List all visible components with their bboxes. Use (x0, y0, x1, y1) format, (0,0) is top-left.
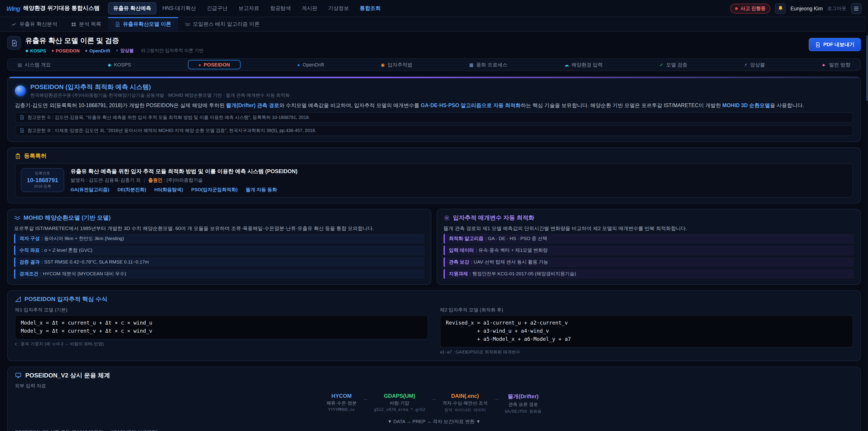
patent-title: 유출유 확산 예측을 위한 입자 추적 모듈 최적화 방법 및 이를 이용한 예… (70, 168, 298, 175)
nav-item-emergency-rescue[interactable]: 긴급구난 (202, 3, 232, 14)
patent-number-label: 등록번호 (23, 171, 62, 177)
spec-row-vertical: 수직 좌표: σ + Z-level 혼합 (GVC) (14, 246, 425, 256)
rocket-icon: ► (822, 62, 827, 67)
badge-ensemble: ⚡앙상블 (116, 48, 134, 54)
badge-kosps: ◆KOSPS (25, 48, 46, 53)
spec-row-grid: 격자 구성: 동아시아 9km + 한반도 3km (Nesting) (14, 234, 425, 244)
patent-card: 등록특허 등록번호 10-1868791 2018 등록 유출유 확산 예측을 … (7, 147, 861, 204)
particle-icon: ◉ (381, 62, 385, 67)
model2-label: 제2 입자추적 모델 (최적화 후) (440, 307, 853, 313)
wave-icon (185, 22, 190, 27)
data-source-drifter: 뜰개(Drifter) 관측 표류 경로 GA/DE/PSO 동화용 (505, 393, 541, 414)
app-logo[interactable]: Wing 해양환경 위기대응 통합시스템 (6, 4, 100, 12)
app-viewport: Wing 해양환경 위기대응 통합시스템 유출유 확산예측 HNS·대기확산 긴… (0, 0, 868, 431)
mohid-title: MOHID 해양순환모델 (기반 모델) (24, 214, 111, 222)
tab-weathering-process[interactable]: ▦풍화 프로세스 (469, 61, 507, 68)
gear-icon (443, 215, 450, 221)
tag-drifter-assimilation[interactable]: 뜰개 자동 동화 (246, 187, 277, 193)
report-document-icon (11, 39, 18, 46)
subtab-spill-analysis[interactable]: 유출유 확산분석 (4, 17, 64, 31)
clipboard-icon (15, 153, 21, 159)
nav-item-weather-info[interactable]: 기상정보 (323, 3, 354, 14)
tag-de[interactable]: DE(차분진화) (118, 187, 146, 193)
subtab-label: 유출유 확산분석 (20, 21, 57, 28)
app-title: 해양환경 위기대응 통합시스템 (23, 4, 100, 12)
spec-row-algorithm: 최적화 알고리즘: GA · DE · HS · PSO 중 선택 (443, 234, 854, 244)
subtab-analysis-list[interactable]: 분석 목록 (64, 17, 108, 31)
badge-opendrift: ●OpenDrift (85, 48, 110, 53)
notifications-button[interactable] (775, 3, 786, 14)
arrow-icon: → (493, 396, 499, 402)
tag-pso[interactable]: PSO(입자군집최적화) (191, 187, 238, 193)
formula-card: POSEIDON 입자추적 핵심 수식 제1 입자추적 모델 (기본) Mode… (7, 290, 861, 361)
data-source-flow: HYCOM 해류·수온·염분 YYYYMMDD.nc → GDAPS(UM) 바… (15, 393, 853, 414)
page-title: 유출유 확산 모델 이론 및 검증 (25, 36, 204, 45)
poseidon-subtitle: 한국해양환경연구원·(주)아라종합기술·한국해양기상기술 공동개발 · MOHI… (30, 92, 290, 98)
spec-row-input-data: 입력 데이터: 유속·풍속 벡터 + 제1모델 변화량 (443, 246, 854, 256)
tab-opendrift[interactable]: ●OpenDrift (297, 62, 324, 67)
patent-year: 2018 등록 (23, 184, 62, 190)
subtab-oilfence-theory[interactable]: 오일펜스 배치 알고리즘 이론 (178, 17, 266, 31)
poseidon-description: 김충기·김도연 외(등록특허 10-1868791, 2018)가 개발한 PO… (15, 102, 853, 110)
check-icon: ✓ (659, 62, 663, 67)
algorithm-tag-row: GA(유전알고리즘) DE(차분진화) HS(화음탐색) PSO(입자군집최적화… (70, 187, 298, 193)
dot-icon: ● (297, 62, 300, 67)
tab-system-overview[interactable]: ▤시스템 개요 (18, 61, 51, 68)
patent-number-box: 등록번호 10-1868791 2018 등록 (21, 168, 64, 192)
mohid-description: 포르투갈 IST/MARETEC에서 1985년부터 개발한 3D 수치 해양순… (14, 225, 425, 232)
nav-item-spill-prediction[interactable]: 유출유 확산예측 (108, 2, 156, 14)
menu-button[interactable] (851, 3, 862, 14)
nav-item-integrated-search[interactable]: 통합조회 (355, 3, 385, 14)
data-source-gdaps: GDAPS(UM) 바람·기압 g512_v070_erea_*.grb2 (374, 393, 426, 412)
nav-item-reports[interactable]: 보고자료 (234, 3, 264, 14)
tab-model-validation[interactable]: ✓모델 검증 (659, 61, 687, 68)
dot-icon: ● (52, 49, 54, 53)
section-tab-bar: ▤시스템 개요 ◆KOSPS ●POSEIDON ●OpenDrift ◉입자추… (7, 58, 861, 71)
model1-caption: c : 풍속 가중치 (예: c=0.3 → 바람의 30% 반영) (15, 341, 428, 347)
page-icon-box (7, 36, 21, 50)
operation-card: POSEIDON_V2 상시 운용 체계 외부 입력 자료 HYCOM 해류·수… (7, 367, 861, 431)
tab-ensemble[interactable]: ⚡앙상블 (744, 61, 765, 68)
model-columns: MOHID 해양순환모델 (기반 모델) 포르투갈 IST/MARETEC에서 … (7, 209, 861, 285)
patent-inventors: 발명자 : 김도연·김용욱·김충기 외|출원인 : (주)아라종합기술 (70, 177, 298, 184)
formula-title: POSEIDON 입자추적 핵심 수식 (24, 296, 107, 304)
model2-code: Revised_x = a1·current_u + a2·current_v … (440, 315, 853, 348)
operation-title: POSEIDON_V2 상시 운용 체계 (25, 372, 110, 380)
scrollbar-track (866, 0, 868, 431)
red-dot-icon (735, 7, 738, 10)
data-prep-flow-label: ▼ DATA → PREP → 격자 보간/자료 변환 ▼ (15, 419, 853, 425)
reference-1: 참고문헌 ① : 김도연·김용욱, "유출유 확산 예측을 위한 입자 추적 모… (15, 112, 853, 123)
tab-poseidon[interactable]: ●POSEIDON (188, 60, 240, 69)
nav-item-board[interactable]: 게시판 (297, 3, 322, 14)
tag-ga[interactable]: GA(유전알고리즘) (70, 187, 110, 193)
nav-item-hns-diffusion[interactable]: HNS·대기확산 (158, 3, 201, 14)
sub-navbar: 유출유 확산분석 분석 목록 유출유확산모델 이론 오일펜스 배치 알고리즘 이… (0, 17, 868, 32)
scrollbar-thumb[interactable] (866, 35, 868, 101)
overview-icon: ▤ (18, 62, 22, 67)
badge-row: ◆KOSPS ●POSEIDON ●OpenDrift ⚡앙상블 라그랑지안 입… (25, 48, 204, 54)
data-source-dain: DAIN(.enc) 격자·수심·해안선·조석 정적 바이너리 데이터 (442, 393, 488, 413)
spec-row-boundary: 경계조건: HYCOM 재분석 (MYOCEAN 대비 우수) (14, 269, 425, 279)
subtab-label: 유출유확산모델 이론 (123, 21, 171, 28)
reference-2: 참고문헌 ② : 이재호·임병준·김도연 외, "2016년 동아시아 해역의 … (15, 125, 853, 136)
tab-ocean-env-input[interactable]: ☁해양환경 입력 (564, 61, 602, 68)
nav-item-aerial-search[interactable]: 항공탐색 (265, 3, 296, 14)
subtab-label: 오일펜스 배치 알고리즘 이론 (193, 21, 259, 28)
poseidon-title: POSEIDON (입자추적 최적화 예측 시스템) (30, 83, 290, 91)
page-header: 유출유 확산 모델 이론 및 검증 ◆KOSPS ●POSEIDON ●Open… (7, 36, 861, 54)
tab-particle-tracking[interactable]: ◉입자추적법 (381, 61, 412, 68)
tab-kosps[interactable]: ◆KOSPS (108, 62, 131, 67)
tab-roadmap[interactable]: ►발전 방향 (822, 61, 850, 68)
external-input-label: 외부 입력 자료 (15, 383, 853, 389)
logout-button[interactable]: 로그아웃 (827, 5, 846, 11)
incident-status-badge[interactable]: 사고 진행중 (730, 3, 771, 13)
pdf-export-button[interactable]: PDF 내보내기 (809, 38, 861, 51)
bell-icon (778, 5, 783, 11)
subtab-model-theory[interactable]: 유출유확산모델 이론 (108, 17, 178, 31)
tag-hs[interactable]: HS(화음탐색) (154, 187, 183, 193)
process-icon: ▦ (469, 62, 473, 67)
logo-icon: Wing (6, 5, 20, 12)
bolt-icon: ⚡ (744, 62, 747, 67)
model2-caption: a1~a7 : GA/DE/PSO로 최적화된 매개변수 (440, 349, 853, 355)
citation-icon (20, 115, 24, 120)
